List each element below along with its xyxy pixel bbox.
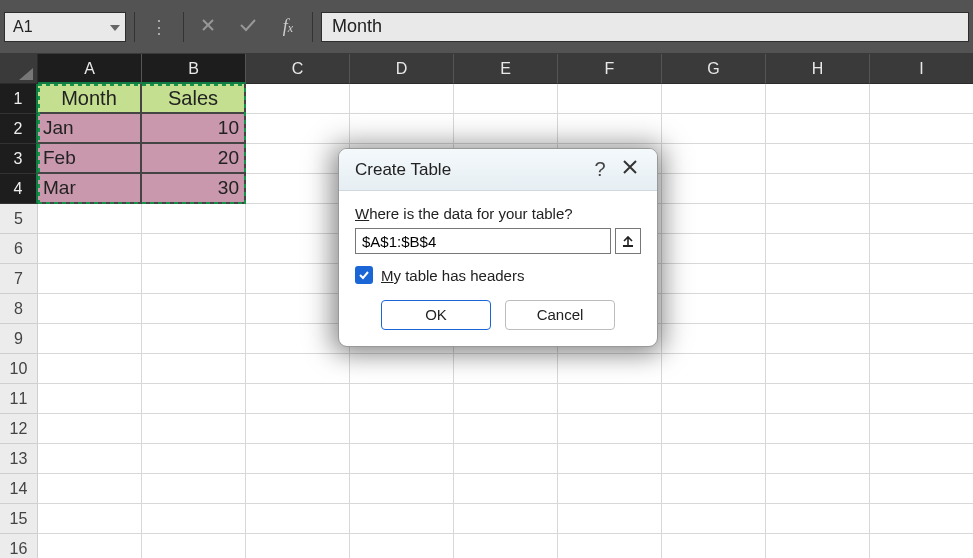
cell[interactable] (662, 504, 766, 534)
cell[interactable] (766, 84, 870, 114)
cell[interactable] (870, 204, 973, 234)
cell[interactable] (766, 204, 870, 234)
cell[interactable] (454, 504, 558, 534)
cell[interactable] (142, 204, 246, 234)
cell[interactable] (766, 114, 870, 144)
cell[interactable]: Month (38, 84, 142, 114)
cell[interactable] (662, 144, 766, 174)
column-header[interactable]: D (350, 54, 454, 84)
cell[interactable] (350, 114, 454, 144)
cell[interactable] (662, 354, 766, 384)
cell[interactable] (350, 474, 454, 504)
cell[interactable] (142, 504, 246, 534)
cell[interactable]: 10 (142, 114, 246, 144)
cell[interactable] (38, 474, 142, 504)
cell[interactable] (766, 504, 870, 534)
cell[interactable] (870, 534, 973, 558)
cell[interactable] (662, 234, 766, 264)
cell[interactable] (870, 144, 973, 174)
ok-button[interactable]: OK (381, 300, 491, 330)
cell[interactable] (38, 504, 142, 534)
row-header[interactable]: 3 (0, 144, 38, 174)
cell[interactable] (662, 474, 766, 504)
cell[interactable] (38, 414, 142, 444)
column-header[interactable]: E (454, 54, 558, 84)
cell[interactable] (142, 414, 246, 444)
cell[interactable] (766, 294, 870, 324)
cell[interactable] (870, 84, 973, 114)
cell[interactable] (142, 474, 246, 504)
cell[interactable]: Mar (38, 174, 142, 204)
cell[interactable] (246, 444, 350, 474)
cell[interactable] (662, 84, 766, 114)
cell[interactable] (558, 354, 662, 384)
cell[interactable] (350, 354, 454, 384)
row-header[interactable]: 15 (0, 504, 38, 534)
accept-entry-button[interactable] (228, 17, 268, 37)
cell[interactable] (766, 264, 870, 294)
cell[interactable] (766, 354, 870, 384)
cell[interactable] (870, 474, 973, 504)
cell[interactable] (870, 264, 973, 294)
cell[interactable] (350, 384, 454, 414)
cell[interactable] (662, 444, 766, 474)
row-header[interactable]: 1 (0, 84, 38, 114)
cell[interactable] (558, 414, 662, 444)
cell[interactable] (454, 114, 558, 144)
headers-checkbox-row[interactable]: My table has headers (355, 266, 641, 284)
cell[interactable]: Feb (38, 144, 142, 174)
cell[interactable] (38, 234, 142, 264)
cell[interactable] (142, 264, 246, 294)
cell[interactable] (662, 534, 766, 558)
cell[interactable] (766, 534, 870, 558)
cell[interactable]: Jan (38, 114, 142, 144)
cell[interactable] (870, 444, 973, 474)
cell[interactable] (454, 534, 558, 558)
cell[interactable] (142, 294, 246, 324)
formula-input[interactable]: Month (321, 12, 969, 42)
cell[interactable] (766, 324, 870, 354)
column-header[interactable]: I (870, 54, 973, 84)
cell[interactable] (454, 354, 558, 384)
cell[interactable] (766, 144, 870, 174)
cell[interactable] (38, 444, 142, 474)
cell[interactable] (246, 414, 350, 444)
cell[interactable] (558, 534, 662, 558)
cell[interactable] (142, 384, 246, 414)
cell[interactable] (662, 114, 766, 144)
cell[interactable] (38, 204, 142, 234)
cell[interactable] (870, 504, 973, 534)
cell[interactable] (454, 444, 558, 474)
cell[interactable] (454, 474, 558, 504)
cell[interactable] (766, 384, 870, 414)
cell[interactable] (246, 534, 350, 558)
cell[interactable] (142, 534, 246, 558)
column-header[interactable]: B (142, 54, 246, 84)
cancel-button[interactable]: Cancel (505, 300, 615, 330)
cell[interactable]: 30 (142, 174, 246, 204)
cell[interactable] (766, 474, 870, 504)
row-header[interactable]: 4 (0, 174, 38, 204)
cell[interactable] (870, 294, 973, 324)
cell[interactable] (38, 294, 142, 324)
cell[interactable] (142, 234, 246, 264)
cell[interactable] (766, 414, 870, 444)
cell[interactable] (662, 324, 766, 354)
cell[interactable] (38, 264, 142, 294)
column-header[interactable]: C (246, 54, 350, 84)
cell[interactable] (662, 204, 766, 234)
cell[interactable] (454, 384, 558, 414)
cell[interactable] (38, 324, 142, 354)
column-header[interactable]: A (38, 54, 142, 84)
column-header[interactable]: F (558, 54, 662, 84)
cell[interactable] (350, 414, 454, 444)
cell[interactable] (870, 354, 973, 384)
cell[interactable] (558, 444, 662, 474)
row-header[interactable]: 14 (0, 474, 38, 504)
insert-function-button[interactable]: fx (268, 16, 308, 37)
column-header[interactable]: G (662, 54, 766, 84)
cell[interactable] (350, 534, 454, 558)
cell[interactable] (870, 114, 973, 144)
cell[interactable] (246, 504, 350, 534)
row-header[interactable]: 10 (0, 354, 38, 384)
